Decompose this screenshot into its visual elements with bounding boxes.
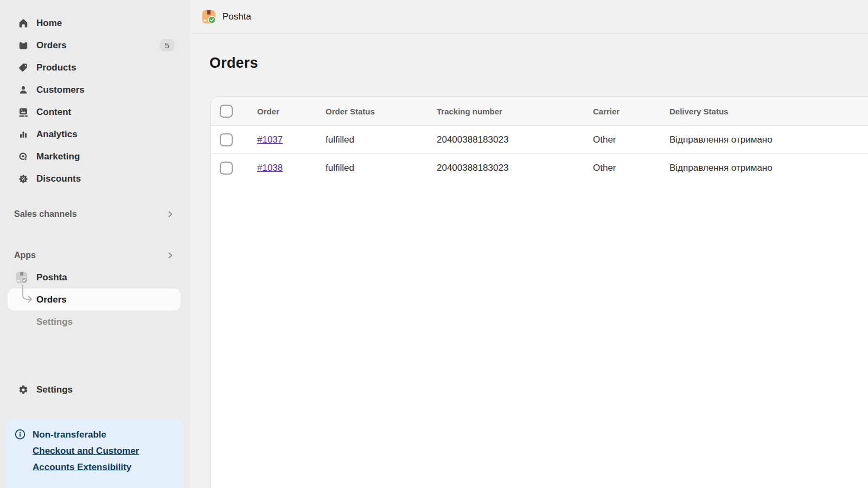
sidebar-item-poshta-orders[interactable]: Orders [8, 288, 181, 311]
order-link[interactable]: #1038 [257, 163, 283, 174]
column-header-tracking-number: Tracking number [437, 107, 502, 116]
sidebar: Home Orders 5 Products Customers C [0, 0, 190, 488]
sidebar-settings-area: Settings [0, 378, 190, 401]
sidebar-nav: Home Orders 5 Products Customers C [0, 0, 190, 190]
apps-label: Apps [14, 251, 36, 260]
sidebar-item-orders[interactable]: Orders 5 [0, 34, 190, 56]
column-header-carrier: Carrier [593, 107, 620, 116]
row-checkbox[interactable] [220, 133, 233, 146]
order-link[interactable]: #1037 [257, 134, 283, 145]
analytics-icon [18, 129, 29, 140]
orders-icon [18, 40, 29, 51]
notice-lead: Non-transferable [33, 429, 106, 440]
poshta-app-icon [201, 9, 216, 24]
orders-table-card: Order Order Status Tracking number Carri… [210, 97, 868, 488]
sidebar-item-settings[interactable]: Settings [0, 378, 190, 401]
sidebar-item-marketing[interactable]: Marketing [0, 145, 190, 168]
chevron-right-icon [166, 210, 175, 219]
gear-icon [18, 384, 29, 395]
app-title: Poshta [222, 11, 251, 22]
sidebar-item-poshta-settings[interactable]: Settings [0, 311, 190, 333]
sidebar-item-label: Orders [36, 40, 67, 51]
carrier-cell: Other [593, 134, 616, 145]
row-checkbox[interactable] [220, 162, 233, 175]
products-icon [18, 62, 29, 73]
select-all-checkbox[interactable] [220, 105, 233, 118]
discounts-icon [18, 174, 29, 184]
tracking-number-cell: 20400388183023 [437, 134, 508, 145]
marketing-icon [18, 151, 29, 162]
chevron-right-icon [166, 251, 175, 260]
content-icon [18, 107, 29, 118]
orders-count-badge: 5 [159, 39, 175, 52]
sidebar-item-analytics[interactable]: Analytics [0, 123, 190, 145]
column-header-order: Order [257, 107, 279, 116]
delivery-status-cell: Відправлення отримано [669, 134, 773, 145]
tracking-number-cell: 20400388183023 [437, 163, 508, 174]
delivery-status-cell: Відправлення отримано [669, 163, 773, 174]
customers-icon [18, 85, 29, 95]
notice-link-line1[interactable]: Checkout and Customer [33, 446, 139, 456]
table-header-row: Order Order Status Tracking number Carri… [211, 97, 868, 126]
table-row: #1037 fulfilled 20400388183023 Other Від… [211, 126, 868, 154]
sidebar-item-label: Marketing [36, 151, 80, 162]
extensibility-notice: Non-transferable Checkout and Customer A… [5, 419, 183, 488]
sidebar-item-poshta-app[interactable]: Poshta [0, 266, 190, 288]
sidebar-item-label: Discounts [36, 174, 81, 184]
sidebar-item-label: Content [36, 107, 71, 118]
sidebar-section-apps[interactable]: Apps [0, 244, 190, 266]
info-icon [15, 429, 25, 440]
page-title: Orders [209, 55, 258, 72]
home-icon [18, 18, 29, 29]
poshta-settings-label: Settings [36, 317, 73, 328]
sidebar-item-label: Customers [36, 85, 85, 95]
poshta-orders-label: Orders [36, 294, 67, 305]
carrier-cell: Other [593, 163, 616, 174]
sidebar-item-home[interactable]: Home [0, 12, 190, 34]
order-status-cell: fulfilled [326, 134, 354, 145]
notice-text: Non-transferable Checkout and Customer A… [33, 427, 139, 487]
poshta-app-icon-gray [15, 271, 28, 284]
sidebar-item-label: Analytics [36, 129, 78, 140]
column-header-delivery-status: Delivery Status [669, 107, 728, 116]
column-header-order-status: Order Status [326, 107, 375, 116]
poshta-app-label: Poshta [36, 272, 67, 283]
sidebar-item-content[interactable]: Content [0, 101, 190, 123]
sidebar-item-discounts[interactable]: Discounts [0, 168, 190, 190]
sidebar-item-label: Home [36, 18, 62, 29]
table-row: #1038 fulfilled 20400388183023 Other Від… [211, 154, 868, 182]
sidebar-item-label: Settings [36, 384, 73, 395]
sales-channels-label: Sales channels [14, 209, 77, 219]
order-status-cell: fulfilled [326, 163, 354, 174]
sidebar-item-products[interactable]: Products [0, 56, 190, 79]
sidebar-item-label: Products [36, 62, 76, 73]
sidebar-item-customers[interactable]: Customers [0, 79, 190, 101]
main-content: Poshta Orders Order Order Status Trackin… [190, 0, 868, 488]
app-header-bar: Poshta [190, 0, 868, 34]
sidebar-section-sales-channels[interactable]: Sales channels [0, 203, 190, 225]
notice-link-line2[interactable]: Accounts Extensibility [33, 462, 131, 472]
